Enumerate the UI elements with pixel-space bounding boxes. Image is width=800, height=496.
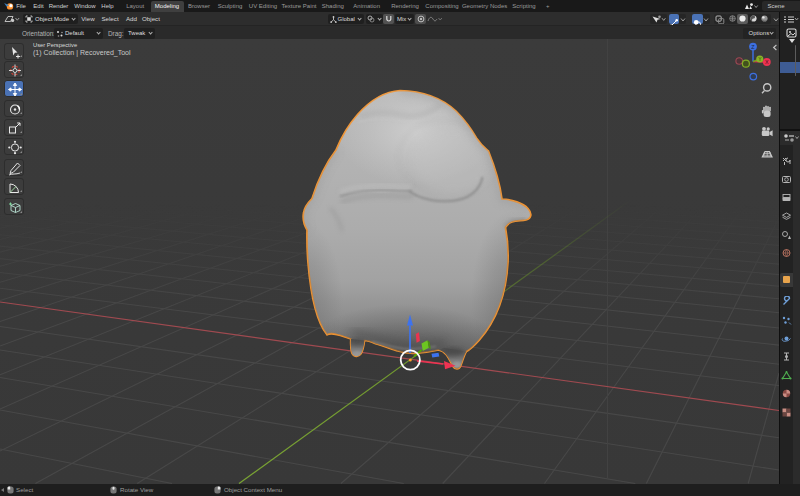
svg-text:X: X	[765, 59, 769, 65]
